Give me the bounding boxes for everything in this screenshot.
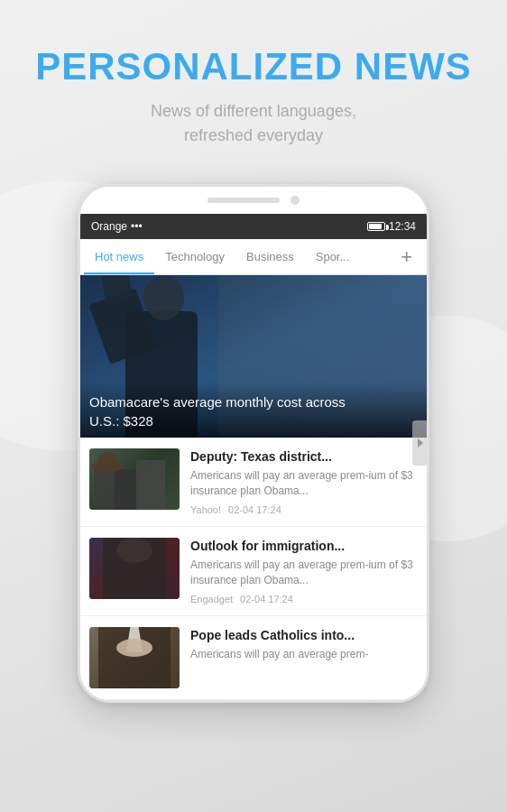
news-thumb-1 [89,448,180,510]
news-title-1: Deputy: Texas district... [190,448,418,465]
news-source-1: Yahoo! [190,504,221,515]
phone-top-bar [80,187,427,214]
news-meta-2: Engadget 02-04 17:24 [190,594,418,604]
hero-overlay: Obamacare's average monthly cost across … [80,382,427,438]
tab-business[interactable]: Business [235,239,305,274]
news-excerpt-3: Americans will pay an average prem- [190,647,418,662]
status-bar: Orange ••• 12:34 [80,214,427,239]
news-source-2: Engadget [190,594,233,604]
tab-technology[interactable]: Technology [154,239,235,274]
add-tab-button[interactable]: + [390,239,423,274]
subtitle-line1: News of different languages, [151,102,356,120]
tab-sports[interactable]: Spor... [305,239,361,274]
carrier-name: Orange [91,220,127,233]
phone-camera [290,196,300,205]
status-right: 12:34 [367,220,416,233]
news-item-3[interactable]: Pope leads Catholics into... Americans w… [80,616,427,700]
phone-speaker [207,198,280,203]
scroll-hint [412,420,429,466]
hero-title: Obamacare's average monthly cost across … [89,392,418,430]
phone-mockup: Orange ••• 12:34 Hot news Technology Bus… [0,184,507,703]
header-section: PERSONALIZED NEWS News of different lang… [0,0,507,175]
scroll-arrow-icon [418,438,423,448]
tab-bar: Hot news Technology Business Spor... + [80,239,427,275]
status-left: Orange ••• [91,220,143,233]
main-title: PERSONALIZED NEWS [0,45,507,88]
status-time: 12:34 [389,220,416,233]
news-item-1[interactable]: Deputy: Texas district... Americans will… [80,438,427,527]
tab-hot-news[interactable]: Hot news [84,239,154,274]
battery-icon [367,222,385,231]
news-list: Deputy: Texas district... Americans will… [80,438,427,700]
news-date-1: 02-04 17:24 [228,504,281,515]
news-thumb-3 [89,627,180,688]
news-content-1: Deputy: Texas district... Americans will… [190,448,418,515]
subtitle-line2: refreshed everyday [184,126,323,144]
news-meta-1: Yahoo! 02-04 17:24 [190,504,418,515]
news-excerpt-2: Americans will pay an average prem-ium o… [190,558,418,588]
news-content-3: Pope leads Catholics into... Americans w… [190,627,418,688]
news-date-2: 02-04 17:24 [240,594,293,604]
subtitle: News of different languages, refreshed e… [0,99,507,148]
news-excerpt-1: Americans will pay an average prem-ium o… [190,468,418,499]
phone-body: Orange ••• 12:34 Hot news Technology Bus… [78,184,429,703]
news-title-2: Outlook for immigration... [190,538,418,554]
carrier-dots: ••• [131,220,143,233]
news-content-2: Outlook for immigration... Americans wil… [190,538,418,604]
news-item-2[interactable]: Outlook for immigration... Americans wil… [80,527,427,616]
news-title-3: Pope leads Catholics into... [190,627,418,643]
hero-image: Obamacare's average monthly cost across … [80,275,427,438]
news-thumb-2 [89,538,180,599]
